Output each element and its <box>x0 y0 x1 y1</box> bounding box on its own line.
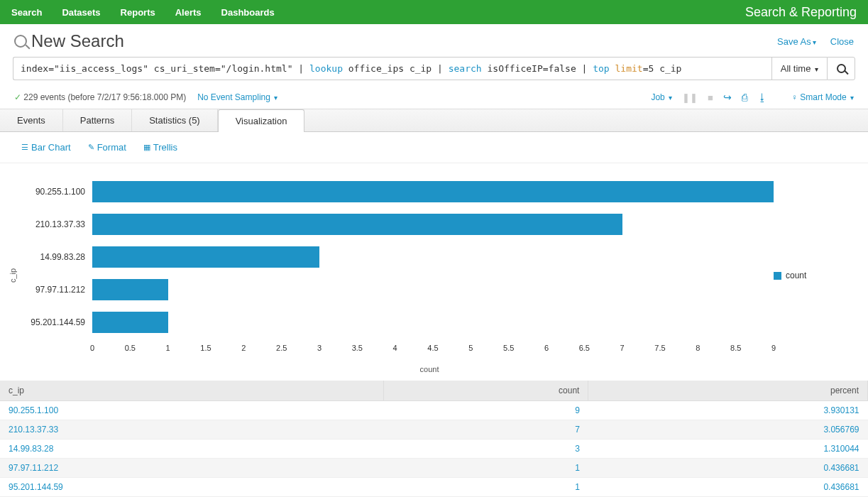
cell-count: 3 <box>383 439 588 459</box>
nav-item-datasets[interactable]: Datasets <box>62 7 100 18</box>
chevron-down-icon: ▾ <box>850 94 854 102</box>
x-tick-label: 2 <box>241 344 246 352</box>
table-row[interactable]: 210.13.37.3373.056769 <box>0 420 868 439</box>
status-bar: ✓ 229 events (before 7/2/17 9:56:18.000 … <box>0 87 868 109</box>
nav-item-reports[interactable]: Reports <box>121 7 155 18</box>
search-input[interactable]: index="iis_access_logs" cs_uri_stem="/lo… <box>13 57 771 80</box>
cell-cip[interactable]: 97.97.11.212 <box>0 459 383 478</box>
trellis-icon: ▦ <box>143 143 150 152</box>
y-tick-label: 14.99.83.28 <box>14 252 85 262</box>
chevron-down-icon: ▾ <box>815 65 818 73</box>
title-bar: New Search Save As▾ Close <box>0 24 868 57</box>
cell-cip[interactable]: 210.13.37.33 <box>0 420 383 439</box>
search-icon <box>14 35 27 48</box>
nav-item-alerts[interactable]: Alerts <box>175 7 202 18</box>
x-tick-label: 9 <box>771 344 776 352</box>
chevron-down-icon: ▾ <box>669 94 672 102</box>
bar[interactable] <box>92 181 774 202</box>
x-tick-label: 5 <box>468 344 473 352</box>
column-header-percent[interactable]: percent <box>588 381 868 401</box>
x-tick-label: 6.5 <box>579 344 590 352</box>
job-menu[interactable]: Job ▾ <box>651 92 672 102</box>
visualization-toolbar: ☰Bar Chart ✎Format ▦Trellis <box>0 132 868 163</box>
nav-item-dashboards[interactable]: Dashboards <box>221 7 275 18</box>
close-button[interactable]: Close <box>830 36 854 47</box>
trellis-button[interactable]: ▦Trellis <box>143 142 177 153</box>
pause-icon: ❚❚ <box>682 92 698 103</box>
x-tick-label: 5.5 <box>503 344 514 352</box>
cell-percent: 1.310044 <box>588 439 868 459</box>
event-count-text: 229 events (before 7/2/17 9:56:18.000 PM… <box>23 92 186 102</box>
cell-percent: 3.056769 <box>588 420 868 439</box>
cell-percent: 0.436681 <box>588 478 868 497</box>
search-icon <box>837 64 846 73</box>
tab-visualization[interactable]: Visualization <box>218 109 305 132</box>
nav-items: SearchDatasetsReportsAlertsDashboards <box>11 7 275 18</box>
stop-icon: ■ <box>708 92 713 103</box>
x-tick-label: 6 <box>544 344 549 352</box>
page-title-text: New Search <box>31 31 124 51</box>
chart-area: c_ip 90.255.1.100210.13.37.3314.99.83.28… <box>0 163 868 381</box>
x-tick-label: 8 <box>696 344 700 352</box>
chart-type-picker[interactable]: ☰Bar Chart <box>21 142 71 153</box>
save-as-menu[interactable]: Save As▾ <box>777 36 816 47</box>
tab-events[interactable]: Events <box>0 109 63 131</box>
bar[interactable] <box>92 214 622 235</box>
y-tick-label: 95.201.144.59 <box>14 317 85 327</box>
cell-cip[interactable]: 14.99.83.28 <box>0 439 383 459</box>
x-tick-label: 0.5 <box>125 344 136 352</box>
column-header-count[interactable]: count <box>383 381 588 401</box>
print-icon[interactable]: ⎙ <box>742 92 747 103</box>
pencil-icon: ✎ <box>88 143 94 152</box>
table-row[interactable]: 97.97.11.21210.436681 <box>0 459 868 478</box>
nav-item-search[interactable]: Search <box>11 7 42 18</box>
share-icon[interactable]: ↪ <box>723 92 732 103</box>
y-axis-label: c_ip <box>9 268 17 283</box>
chart-legend: count <box>767 178 852 373</box>
bar-chart-icon: ☰ <box>21 143 28 152</box>
tab-statistics[interactable]: Statistics (5) <box>132 109 218 131</box>
cell-cip[interactable]: 90.255.1.100 <box>0 401 383 420</box>
x-axis-label: count <box>92 365 767 373</box>
search-row: index="iis_access_logs" cs_uri_stem="/lo… <box>0 57 868 87</box>
x-tick-label: 1.5 <box>200 344 211 352</box>
x-tick-label: 7 <box>620 344 625 352</box>
x-tick-label: 4 <box>393 344 397 352</box>
page-title: New Search <box>14 31 124 51</box>
legend-swatch <box>774 272 781 280</box>
x-tick-label: 8.5 <box>730 344 741 352</box>
check-icon: ✓ <box>14 92 21 102</box>
bar[interactable] <box>92 279 168 300</box>
chevron-down-icon: ▾ <box>813 38 816 46</box>
x-tick-label: 2.5 <box>276 344 287 352</box>
smart-mode-menu[interactable]: ♀ Smart Mode ▾ <box>791 92 854 102</box>
tab-patterns[interactable]: Patterns <box>63 109 132 131</box>
event-sampling-menu[interactable]: No Event Sampling ▾ <box>197 92 278 102</box>
cell-cip[interactable]: 95.201.144.59 <box>0 478 383 497</box>
x-tick-label: 3.5 <box>352 344 363 352</box>
title-actions: Save As▾ Close <box>777 36 854 47</box>
cell-count: 9 <box>383 401 588 420</box>
column-header-cip[interactable]: c_ip <box>0 381 383 401</box>
table-row[interactable]: 95.201.144.5910.436681 <box>0 478 868 497</box>
table-row[interactable]: 14.99.83.2831.310044 <box>0 439 868 459</box>
cell-percent: 0.436681 <box>588 459 868 478</box>
top-nav: SearchDatasetsReportsAlertsDashboards Se… <box>0 0 868 24</box>
download-icon[interactable]: ⭳ <box>757 92 767 103</box>
cell-count: 7 <box>383 420 588 439</box>
table-row[interactable]: 90.255.1.10093.930131 <box>0 401 868 420</box>
y-tick-label: 97.97.11.212 <box>14 285 85 295</box>
search-button[interactable] <box>827 57 855 80</box>
bar[interactable] <box>92 312 168 333</box>
cell-count: 1 <box>383 478 588 497</box>
y-tick-label: 90.255.1.100 <box>14 187 85 197</box>
time-range-picker[interactable]: All time ▾ <box>771 57 827 80</box>
x-tick-label: 0 <box>90 344 94 352</box>
legend-label: count <box>786 271 806 280</box>
y-tick-label: 210.13.37.33 <box>14 219 85 229</box>
chevron-down-icon: ▾ <box>274 94 278 102</box>
app-brand: Search & Reporting <box>745 5 857 20</box>
x-tick-label: 7.5 <box>654 344 665 352</box>
bar[interactable] <box>92 246 319 268</box>
format-button[interactable]: ✎Format <box>88 142 126 153</box>
